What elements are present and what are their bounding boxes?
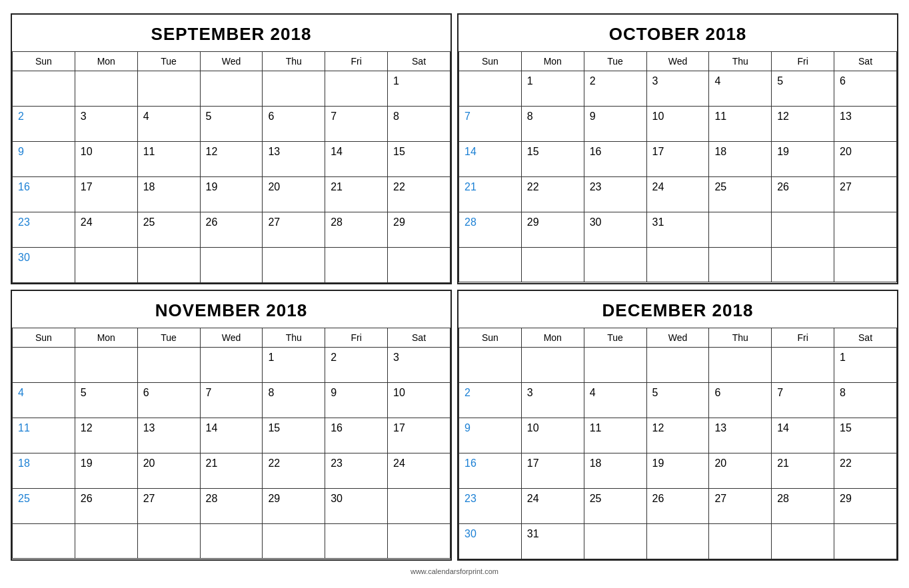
- table-cell: [13, 347, 75, 382]
- table-cell: 4: [137, 106, 200, 141]
- header-Fri: Fri: [325, 328, 388, 347]
- calendar-december: DECEMBER 2018SunMonTueWedThuFriSat123456…: [457, 290, 898, 561]
- table-cell: [459, 347, 522, 382]
- table-cell: 9: [325, 382, 388, 418]
- table-cell: 23: [459, 488, 522, 523]
- table-cell: 1: [521, 71, 584, 106]
- table-cell: [75, 523, 137, 558]
- header-Mon: Mon: [75, 51, 137, 71]
- header-Thu: Thu: [263, 51, 325, 71]
- table-cell: 6: [834, 71, 897, 106]
- calendar-october: OCTOBER 2018SunMonTueWedThuFriSat1234567…: [457, 13, 898, 284]
- table-cell: [646, 523, 709, 559]
- table-cell: 15: [521, 141, 584, 176]
- table-cell: 19: [646, 453, 709, 488]
- table-cell: 5: [772, 71, 834, 106]
- header-Sun: Sun: [13, 51, 75, 71]
- table-cell: [646, 347, 709, 382]
- header-Sun: Sun: [13, 328, 75, 347]
- table-cell: [325, 71, 388, 106]
- table-cell: [646, 247, 709, 282]
- table-cell: 19: [772, 141, 834, 176]
- table-cell: 20: [263, 176, 325, 212]
- table-cell: 24: [75, 212, 137, 247]
- table-cell: [772, 247, 834, 282]
- table-cell: 6: [709, 382, 772, 418]
- table-cell: 9: [459, 418, 522, 453]
- table-cell: 26: [75, 488, 137, 523]
- table-cell: 21: [325, 176, 388, 212]
- table-cell: 16: [325, 418, 388, 453]
- table-cell: 7: [459, 106, 522, 141]
- table-cell: 30: [584, 212, 646, 247]
- table-cell: 3: [75, 106, 137, 141]
- table-cell: 13: [709, 418, 772, 453]
- table-cell: 10: [75, 141, 137, 176]
- table-cell: 1: [834, 347, 897, 382]
- table-cell: 28: [459, 212, 522, 247]
- table-cell: 13: [263, 141, 325, 176]
- title-december: DECEMBER 2018: [458, 291, 897, 328]
- table-cell: 18: [13, 453, 75, 488]
- table-cell: [263, 523, 325, 558]
- table-cell: 10: [646, 106, 709, 141]
- table-cell: 21: [200, 453, 263, 488]
- table-cell: [584, 247, 646, 282]
- table-cell: 19: [200, 176, 263, 212]
- table-cell: 7: [325, 106, 388, 141]
- table-cell: 20: [709, 453, 772, 488]
- header-Fri: Fri: [772, 328, 834, 347]
- table-cell: 27: [709, 488, 772, 523]
- header-Tue: Tue: [584, 51, 646, 71]
- table-cell: [834, 212, 897, 247]
- table-cell: [709, 212, 772, 247]
- table-cell: [13, 71, 75, 106]
- table-cell: [584, 347, 646, 382]
- table-cell: [521, 347, 584, 382]
- table-cell: 4: [709, 71, 772, 106]
- table-cell: 16: [459, 453, 522, 488]
- table-cell: 25: [13, 488, 75, 523]
- table-cell: [388, 488, 451, 523]
- table-cell: 27: [263, 212, 325, 247]
- header-Fri: Fri: [772, 51, 834, 71]
- table-cell: 22: [834, 453, 897, 488]
- header-Wed: Wed: [200, 51, 263, 71]
- footer-text: www.calendarsforprint.com: [411, 567, 498, 578]
- table-cell: 2: [459, 382, 522, 418]
- table-cell: 9: [13, 141, 75, 176]
- table-cell: 22: [521, 176, 584, 212]
- table-cell: 11: [584, 418, 646, 453]
- table-cell: [137, 71, 200, 106]
- table-cell: [709, 247, 772, 282]
- table-september: SunMonTueWedThuFriSat1234567891011121314…: [12, 51, 451, 283]
- table-cell: 26: [646, 488, 709, 523]
- table-cell: 30: [459, 523, 522, 559]
- calendar-september: SEPTEMBER 2018SunMonTueWedThuFriSat12345…: [11, 13, 452, 284]
- title-september: SEPTEMBER 2018: [12, 15, 451, 51]
- table-cell: 7: [200, 382, 263, 418]
- table-cell: [459, 71, 522, 106]
- table-cell: [200, 347, 263, 382]
- table-cell: [137, 247, 200, 282]
- table-cell: 6: [263, 106, 325, 141]
- table-october: SunMonTueWedThuFriSat1234567891011121314…: [458, 51, 897, 282]
- header-Sat: Sat: [834, 328, 897, 347]
- table-cell: 8: [834, 382, 897, 418]
- header-Sat: Sat: [834, 51, 897, 71]
- table-cell: [263, 247, 325, 282]
- table-cell: 22: [388, 176, 451, 212]
- table-cell: [709, 523, 772, 559]
- table-cell: [200, 247, 263, 282]
- table-cell: [75, 247, 137, 282]
- header-Sat: Sat: [388, 51, 451, 71]
- table-cell: [200, 523, 263, 558]
- table-cell: 30: [13, 247, 75, 282]
- header-Mon: Mon: [521, 51, 584, 71]
- table-cell: 2: [325, 347, 388, 382]
- table-cell: 5: [75, 382, 137, 418]
- table-cell: 12: [75, 418, 137, 453]
- table-cell: 18: [137, 176, 200, 212]
- table-cell: 14: [459, 141, 522, 176]
- table-cell: 11: [709, 106, 772, 141]
